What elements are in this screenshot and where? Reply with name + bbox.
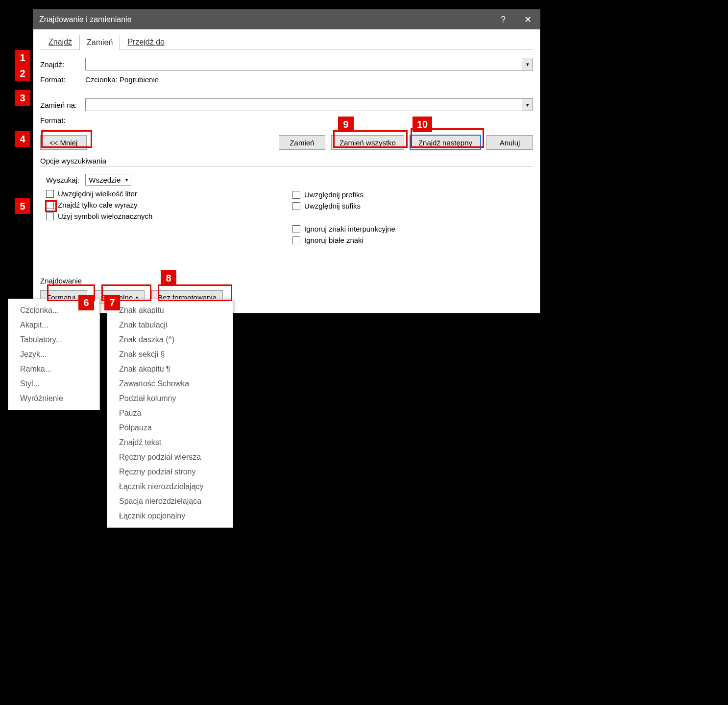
find-format-row: Format: Czcionka: Pogrubienie [40, 75, 533, 84]
checkbox-suffix[interactable]: Uwzględnij sufiks [292, 202, 533, 210]
titlebar: Znajdowanie i zamienianie ? ✕ [33, 10, 540, 29]
find-next-button[interactable]: Znajdź następny [410, 135, 481, 150]
find-input[interactable] [85, 58, 522, 70]
callout-5: 5 [15, 198, 30, 214]
replace-format-row: Format: [40, 116, 533, 124]
find-format-value: Czcionka: Pogrubienie [85, 75, 159, 84]
replace-row: Zamień na: ▾ [40, 98, 533, 111]
find-replace-dialog: Znajdowanie i zamienianie ? ✕ Znajdź Zam… [33, 9, 540, 313]
tab-strip: Znajdź Zamień Przejdź do [40, 34, 533, 50]
replace-label: Zamień na: [40, 101, 85, 109]
replace-history-dropdown[interactable]: ▾ [522, 98, 533, 111]
tab-replace[interactable]: Zamień [79, 35, 120, 50]
special-menu: Znak akapitu Znak tabulacji Znak daszka … [107, 299, 233, 528]
callout-4: 4 [15, 131, 30, 147]
checkbox-wildcards[interactable]: Użyj symboli wieloznacznych [46, 212, 287, 220]
replace-input[interactable] [85, 98, 522, 111]
search-direction-select[interactable]: Wszędzie▾ [85, 174, 131, 186]
find-row: Znajdź: ▾ [40, 58, 533, 70]
format-menu: Czcionka... Akapit... Tabulatory... Języ… [8, 299, 100, 410]
special-nb-space[interactable]: Spacja nierozdzielająca [107, 494, 233, 509]
format-menu-style[interactable]: Styl... [8, 376, 99, 391]
special-paragraph[interactable]: Znak akapitu [107, 303, 233, 318]
special-column-break[interactable]: Podział kolumny [107, 391, 233, 406]
special-nb-hyphen[interactable]: Łącznik nierozdzielający [107, 479, 233, 494]
callout-7: 7 [104, 295, 120, 310]
find-history-dropdown[interactable]: ▾ [522, 58, 533, 70]
special-pilcrow[interactable]: Znak akapitu ¶ [107, 362, 233, 376]
find-format-label: Format: [40, 75, 85, 84]
find-section-title: Znajdowanie [40, 277, 533, 286]
special-opt-hyphen[interactable]: Łącznik opcjonalny [107, 509, 233, 523]
format-menu-paragraph[interactable]: Akapit... [8, 318, 99, 332]
replace-format-label: Format: [40, 116, 85, 124]
special-find-text[interactable]: Znajdź tekst [107, 435, 233, 450]
special-line-break[interactable]: Ręczny podział wiersza [107, 450, 233, 465]
format-menu-tabs[interactable]: Tabulatory... [8, 332, 99, 347]
find-label: Znajdź: [40, 60, 85, 69]
special-emdash[interactable]: Pauza [107, 406, 233, 421]
special-endash[interactable]: Półpauza [107, 421, 233, 435]
tab-find[interactable]: Znajdź [41, 34, 79, 49]
callout-2: 2 [15, 66, 30, 81]
dialog-title: Znajdowanie i zamienianie [39, 15, 132, 24]
format-menu-language[interactable]: Język... [8, 347, 99, 362]
format-menu-frame[interactable]: Ramka... [8, 362, 99, 376]
search-options-title: Opcje wyszukiwania [40, 157, 533, 167]
search-direction-row: Wyszukaj: Wszędzie▾ [46, 174, 287, 186]
callout-6: 6 [78, 295, 94, 310]
callout-9: 9 [338, 117, 354, 132]
special-clipboard[interactable]: Zawartość Schowka [107, 376, 233, 391]
tab-goto[interactable]: Przejdź do [120, 34, 172, 49]
special-caret[interactable]: Znak daszka (^) [107, 332, 233, 347]
close-button[interactable]: ✕ [515, 10, 540, 29]
less-button[interactable]: << Mniej [40, 135, 87, 150]
action-button-row: << Mniej Zamień Zamień wszystko Znajdź n… [40, 135, 533, 150]
help-button[interactable]: ? [491, 10, 515, 29]
checkbox-ignore-punct[interactable]: Ignoruj znaki interpunkcyjne [292, 225, 533, 233]
checkbox-match-case[interactable]: Uwzględnij wielkość liter [46, 189, 287, 198]
checkbox-whole-words[interactable]: Znajdź tylko całe wyrazy [46, 201, 287, 209]
cancel-button[interactable]: Anuluj [486, 135, 533, 150]
checkbox-ignore-whitespace[interactable]: Ignoruj białe znaki [292, 236, 533, 244]
callout-8: 8 [161, 270, 176, 286]
callout-1: 1 [15, 50, 30, 66]
replace-button[interactable]: Zamień [279, 135, 325, 150]
callout-10: 10 [413, 117, 432, 132]
special-tab[interactable]: Znak tabulacji [107, 318, 233, 332]
checkbox-prefix[interactable]: Uwzględnij prefiks [292, 190, 533, 199]
special-section[interactable]: Znak sekcji § [107, 347, 233, 362]
search-direction-label: Wyszukaj: [46, 176, 79, 184]
format-menu-highlight[interactable]: Wyróżnienie [8, 391, 99, 406]
special-page-break[interactable]: Ręczny podział strony [107, 465, 233, 479]
callout-3: 3 [15, 90, 30, 106]
replace-all-button[interactable]: Zamień wszystko [331, 135, 404, 150]
